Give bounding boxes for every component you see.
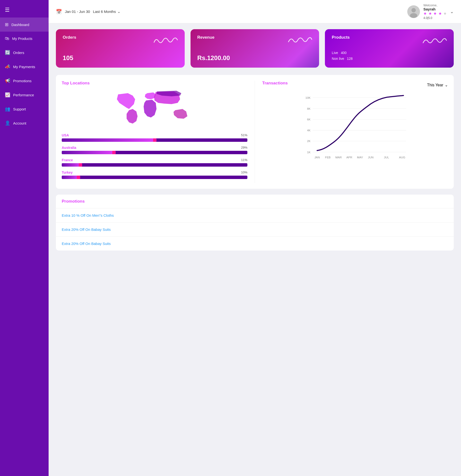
welcome-text: Welcome, <box>423 3 447 7</box>
page-content: Orders 105 Revenue <box>49 23 461 262</box>
promotion-item-0[interactable]: Extra 10 % Off On Men"s Cloths <box>56 208 454 223</box>
nonlive-label: Non live <box>332 57 344 61</box>
star-3: ★ <box>433 11 437 16</box>
svg-text:2K: 2K <box>307 139 311 143</box>
orders-wave-icon <box>154 35 178 48</box>
transactions-period-selector[interactable]: This Year ⌄ <box>427 83 448 87</box>
svg-text:APR: APR <box>346 156 352 159</box>
sidebar-label-orders: Orders <box>13 51 24 55</box>
transactions-title: Transactions <box>262 81 288 86</box>
promotions-header: Promotions <box>56 195 454 208</box>
location-bar-container <box>62 176 247 179</box>
sidebar-label-account: Account <box>13 121 26 125</box>
period-selector[interactable]: Last 6 Months ⌄ <box>93 9 120 14</box>
analytics-section: Top Locations <box>56 75 454 189</box>
main-content: 📅 Jan 01 - Jun 30 Last 6 Months ⌄ Welcom… <box>49 0 461 476</box>
sidebar-item-dashboard[interactable]: ⊞ Dashboard <box>0 18 49 32</box>
star-1: ★ <box>423 11 427 16</box>
location-item-australia: Australia 29% <box>62 146 247 154</box>
revenue-wave-icon <box>288 35 312 48</box>
support-icon: 👥 <box>5 106 10 112</box>
svg-text:JUL: JUL <box>384 156 389 159</box>
location-pct: 51% <box>241 133 247 137</box>
promotion-item-1[interactable]: Extra 20% Off On Babay Suits <box>56 223 454 237</box>
star-4: ★ <box>438 11 442 16</box>
products-wave-icon <box>423 35 447 48</box>
user-name: Sayrah <box>423 7 447 11</box>
sidebar-item-orders[interactable]: 🔄 Orders <box>0 45 49 60</box>
location-bar-accent <box>153 138 157 142</box>
transactions-chevron-icon: ⌄ <box>445 83 448 87</box>
location-name: USA <box>62 133 69 137</box>
location-bars: USA 51% Australia 29% France 11% <box>62 133 247 179</box>
sidebar-label-dashboard: Dashboard <box>11 23 29 27</box>
chart-area: 10K 8K 6K 4K 2K 1K <box>262 93 448 162</box>
analytics-row: Top Locations <box>62 81 448 183</box>
products-label: Products <box>332 35 350 40</box>
orders-label: Orders <box>63 35 76 40</box>
orders-card: Orders 105 <box>56 29 185 68</box>
svg-text:8K: 8K <box>307 107 311 110</box>
location-bar-fill <box>62 176 80 179</box>
location-bar-container <box>62 163 247 167</box>
svg-text:1K: 1K <box>307 150 311 154</box>
star-2: ★ <box>428 11 432 16</box>
menu-icon[interactable]: ☰ <box>0 2 49 18</box>
products-detail: Live 400 Non live 128 <box>332 50 447 62</box>
star-5-empty: ★ <box>443 11 447 16</box>
dashboard-icon: ⊞ <box>5 22 9 27</box>
location-pct: 11% <box>241 158 247 162</box>
header: 📅 Jan 01 - Jun 30 Last 6 Months ⌄ Welcom… <box>49 0 461 23</box>
sidebar-label-my-products: My Products <box>12 36 32 41</box>
sidebar: ☰ ⊞ Dashboard 🛍 My Products 🔄 Orders 📣 M… <box>0 0 49 476</box>
promotions-icon: 📢 <box>5 78 10 83</box>
sidebar-item-my-payments[interactable]: 📣 My Payments <box>0 60 49 74</box>
this-year-label: This Year <box>427 83 443 87</box>
location-pct: 29% <box>241 146 247 150</box>
promotions-title: Promotions <box>62 199 85 204</box>
world-map <box>62 90 247 128</box>
orders-icon: 🔄 <box>5 50 10 55</box>
promotion-item-2[interactable]: Extra 20% Off On Babay Suits <box>56 237 454 251</box>
sidebar-item-promotions[interactable]: 📢 Promotions <box>0 74 49 88</box>
rating-value: 4.0|5.0 <box>423 16 447 20</box>
svg-point-2 <box>410 13 417 18</box>
svg-text:4K: 4K <box>307 129 311 132</box>
live-value: 400 <box>341 51 347 55</box>
calendar-icon: 📅 <box>56 9 62 15</box>
location-bar-accent <box>77 176 80 179</box>
sidebar-item-account[interactable]: 👤 Account <box>0 116 49 130</box>
svg-text:FEB: FEB <box>325 156 331 159</box>
top-locations: Top Locations <box>62 81 255 183</box>
svg-point-1 <box>411 8 416 12</box>
avatar <box>407 5 420 18</box>
star-rating: ★ ★ ★ ★ ★ <box>423 11 447 16</box>
user-info: Welcome, Sayrah ★ ★ ★ ★ ★ 4.0|5.0 <box>423 3 447 20</box>
sidebar-item-performance[interactable]: 📈 Performance <box>0 88 49 102</box>
location-bar-container <box>62 138 247 142</box>
svg-text:JUN: JUN <box>368 156 374 159</box>
revenue-card: Revenue Rs.1200.00 <box>191 29 319 68</box>
promotions-section: Promotions Extra 10 % Off On Men"s Cloth… <box>56 195 454 251</box>
sidebar-item-support[interactable]: 👥 Support <box>0 102 49 116</box>
location-item-turkey: Turkey 10% <box>62 171 247 179</box>
location-name: France <box>62 158 73 162</box>
performance-icon: 📈 <box>5 92 10 98</box>
location-item-france: France 11% <box>62 158 247 167</box>
account-icon: 👤 <box>5 120 10 126</box>
sidebar-item-my-products[interactable]: 🛍 My Products <box>0 32 49 45</box>
revenue-value: Rs.1200.00 <box>197 54 313 62</box>
location-item-usa: USA 51% <box>62 133 247 142</box>
location-bar-fill <box>62 151 116 154</box>
location-name: Turkey <box>62 171 73 174</box>
chevron-down-icon: ⌄ <box>117 9 121 14</box>
top-locations-title: Top Locations <box>62 81 247 86</box>
user-chevron-down-icon[interactable]: ⌄ <box>450 9 454 14</box>
location-name: Australia <box>62 146 76 150</box>
promotions-list: Extra 10 % Off On Men"s ClothsExtra 20% … <box>56 208 454 251</box>
products-card: Products Live 400 Non live 128 <box>325 29 454 68</box>
sidebar-label-support: Support <box>13 107 26 111</box>
revenue-label: Revenue <box>197 35 215 40</box>
nonlive-value: 128 <box>347 57 353 61</box>
location-bar-container <box>62 151 247 154</box>
